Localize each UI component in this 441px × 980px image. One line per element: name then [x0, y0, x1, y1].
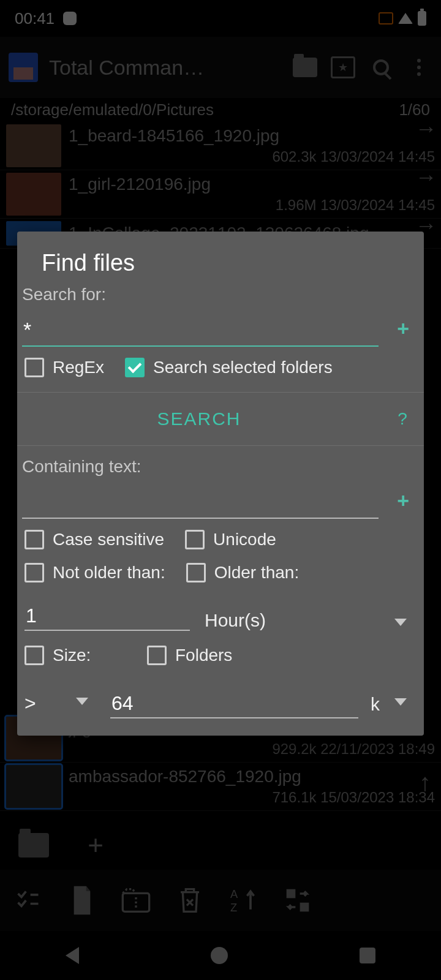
overflow-menu-button[interactable] [405, 54, 432, 81]
list-item[interactable]: → 1_beard-1845166_1920.jpg 602.3k 13/03/… [0, 122, 441, 170]
svg-text:Z: Z [230, 901, 237, 914]
file-meta: 1.96M 13/03/2024 14:45 [69, 197, 435, 214]
zip-icon[interactable] [120, 884, 152, 916]
list-item[interactable]: ambassador-852766_1920.jpg 716.1k 15/03/… [0, 763, 441, 811]
favorites-button[interactable]: ★ [330, 54, 356, 81]
chevron-down-icon [76, 698, 88, 705]
recents-button[interactable] [360, 948, 375, 963]
file-meta: 602.3k 13/03/2024 14:45 [69, 148, 435, 165]
search-for-input[interactable] [22, 304, 379, 347]
app-icon[interactable] [9, 53, 38, 82]
status-bar: 00:41 [0, 0, 441, 37]
file-icon[interactable] [66, 884, 98, 916]
sort-icon[interactable]: AZ [228, 884, 260, 916]
folders-checkbox[interactable] [147, 646, 167, 665]
add-button[interactable]: + [80, 829, 111, 861]
home-button[interactable] [211, 947, 228, 964]
navigation-bar [0, 931, 441, 980]
size-operator-value: > [24, 692, 36, 715]
svg-rect-3 [287, 889, 296, 899]
age-value-input[interactable] [24, 597, 190, 631]
unicode-label: Unicode [213, 530, 276, 549]
containing-text-input[interactable] [22, 477, 379, 519]
thumbnail[interactable] [6, 173, 61, 216]
wifi-icon [398, 13, 413, 24]
svg-rect-4 [300, 903, 309, 912]
battery-icon [418, 11, 426, 26]
find-files-dialog: Find files Search for: + RegEx Search se… [17, 232, 424, 736]
case-sensitive-label: Case sensitive [53, 530, 164, 549]
regex-checkbox[interactable] [24, 358, 44, 377]
thumbnail[interactable] [6, 124, 61, 167]
search-button[interactable]: SEARCH [17, 393, 381, 445]
swap-panels-icon[interactable] [282, 884, 314, 916]
file-name: ambassador-852766_1920.jpg [69, 767, 435, 786]
back-button[interactable] [66, 947, 79, 964]
add-text-button[interactable]: + [387, 489, 419, 519]
delete-icon[interactable] [174, 884, 206, 916]
home-folder-button[interactable] [18, 833, 49, 858]
folders-label: Folders [175, 646, 232, 665]
file-meta: 929.2k 22/11/2023 18:49 [69, 741, 435, 758]
file-meta: 716.1k 15/03/2023 18:34 [69, 789, 435, 806]
search-for-label: Search for: [17, 285, 424, 304]
scroll-up-icon[interactable]: ↑ [419, 769, 431, 796]
chevron-down-icon[interactable] [394, 619, 407, 626]
size-unit-value: k [371, 694, 380, 715]
add-pattern-button[interactable]: + [387, 317, 419, 347]
list-item[interactable]: → 1_girl-2120196.jpg 1.96M 13/03/2024 14… [0, 170, 441, 219]
clock: 00:41 [15, 9, 55, 28]
notification-blob [63, 12, 77, 25]
app-title: Total Comman… [49, 56, 281, 80]
file-name: 1_girl-2120196.jpg [69, 175, 435, 194]
containing-label: Containing text: [17, 446, 424, 477]
app-header: Total Comman… ★ [0, 37, 441, 98]
search-selected-checkbox[interactable] [125, 358, 145, 377]
older-label: Older than: [214, 563, 300, 582]
older-checkbox[interactable] [186, 563, 206, 582]
size-label: Size: [53, 646, 126, 665]
help-button[interactable]: ? [381, 393, 424, 445]
svg-text:A: A [230, 888, 238, 900]
open-folder-button[interactable] [292, 54, 318, 81]
unicode-checkbox[interactable] [185, 530, 205, 549]
age-unit-select[interactable]: Hour(s) [205, 610, 380, 631]
arrow-right-icon[interactable]: → [415, 116, 437, 141]
select-icon[interactable] [12, 884, 44, 916]
not-older-label: Not older than: [53, 563, 165, 582]
arrow-right-icon[interactable]: → [415, 164, 437, 190]
search-selected-label: Search selected folders [153, 358, 333, 377]
dialog-title: Find files [17, 232, 424, 285]
search-button[interactable] [368, 54, 394, 81]
case-sensitive-checkbox[interactable] [24, 530, 44, 549]
size-unit-select[interactable]: k [371, 694, 417, 718]
size-operator-select[interactable]: > [24, 692, 98, 718]
not-older-checkbox[interactable] [24, 563, 44, 582]
file-name: 1_beard-1845166_1920.jpg [69, 126, 435, 146]
size-value-input[interactable] [110, 685, 358, 718]
regex-label: RegEx [53, 358, 104, 377]
chevron-down-icon [394, 698, 407, 706]
thumbnail[interactable] [6, 765, 61, 808]
cast-icon [379, 12, 393, 24]
bottom-toolbar: AZ [0, 870, 441, 931]
current-path[interactable]: /storage/emulated/0/Pictures [11, 100, 214, 119]
size-checkbox[interactable] [24, 646, 44, 665]
